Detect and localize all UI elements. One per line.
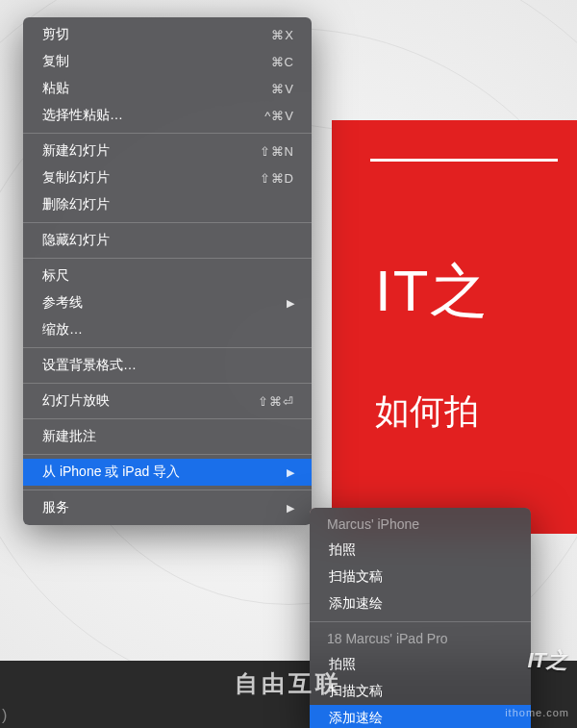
menu-label: 新建批注 [42,428,96,445]
menu-label: 缩放… [42,321,83,339]
menu-duplicate-slide[interactable]: 复制幻灯片 ⇧⌘D [23,164,312,191]
menu-label: 剪切 [42,26,69,43]
slide-divider [370,159,558,162]
context-menu: 剪切 ⌘X 复制 ⌘C 粘贴 ⌘V 选择性粘贴… ^⌘V 新建幻灯片 ⇧⌘N 复… [23,17,312,525]
menu-services[interactable]: 服务 ▶ [23,494,312,521]
menu-label: 隐藏幻灯片 [42,232,110,249]
menu-zoom[interactable]: 缩放… [23,316,312,343]
menu-separator [23,383,312,384]
menu-separator [23,258,312,259]
device-header-iphone: Marcus' iPhone [310,512,531,537]
chevron-right-icon: ▶ [287,297,294,310]
shortcut: ⇧⌘⏎ [258,394,294,409]
slide-thumbnail[interactable]: IT之 如何拍 [332,120,577,534]
submenu-add-sketch-iphone[interactable]: 添加速绘 [310,590,531,617]
menu-label: 标尺 [42,267,69,285]
device-header-ipad: 18 Marcus' iPad Pro [310,626,531,651]
menu-label: 复制幻灯片 [42,169,110,187]
footer-text: ) [2,707,7,724]
menu-hide-slide[interactable]: 隐藏幻灯片 [23,227,312,254]
submenu-scan-doc-iphone[interactable]: 扫描文稿 [310,564,531,590]
menu-paste[interactable]: 粘贴 ⌘V [23,75,312,102]
menu-delete-slide[interactable]: 删除幻灯片 [23,191,312,218]
menu-label: 从 iPhone 或 iPad 导入 [42,464,180,481]
menu-new-comment[interactable]: 新建批注 [23,423,312,450]
menu-label: 复制 [42,53,69,70]
shortcut: ⌘C [271,55,294,69]
menu-label: 删除幻灯片 [42,196,110,213]
menu-label: 添加速绘 [329,710,383,727]
menu-label: 粘贴 [42,80,69,97]
slide-title: IT之 [375,253,558,331]
menu-label: 幻灯片放映 [42,392,110,410]
menu-separator [23,490,312,490]
submenu-scan-doc-ipad[interactable]: 扫描文稿 [310,678,531,705]
menu-ruler[interactable]: 标尺 [23,263,312,289]
menu-label: 扫描文稿 [329,568,383,586]
menu-label: 选择性粘贴… [42,107,123,124]
shortcut: ⌘X [271,28,294,42]
menu-paste-special[interactable]: 选择性粘贴… ^⌘V [23,102,312,129]
chevron-right-icon: ▶ [287,502,294,515]
shortcut: ⌘V [271,82,294,96]
menu-label: 扫描文稿 [329,683,383,700]
submenu-take-photo-ipad[interactable]: 拍照 [310,651,531,678]
menu-cut[interactable]: 剪切 ⌘X [23,21,312,48]
menu-separator [23,454,312,455]
menu-separator [23,347,312,348]
watermark-brand: IT之 [527,646,567,675]
menu-label: 添加速绘 [329,595,383,613]
submenu-add-sketch-ipad[interactable]: 添加速绘 [310,705,531,728]
menu-label: 新建幻灯片 [42,142,110,160]
menu-background-format[interactable]: 设置背景格式… [23,352,312,379]
menu-copy[interactable]: 复制 ⌘C [23,48,312,75]
menu-import-from-device[interactable]: 从 iPhone 或 iPad 导入 ▶ [23,459,312,486]
shortcut: ^⌘V [264,109,294,123]
menu-separator [23,418,312,419]
menu-label: 拍照 [329,656,356,673]
menu-separator [23,222,312,223]
menu-separator [23,133,312,134]
menu-guides[interactable]: 参考线 ▶ [23,289,312,316]
menu-separator [310,621,531,622]
menu-label: 设置背景格式… [42,357,137,374]
slide-subtitle: 如何拍 [375,389,558,436]
submenu-take-photo-iphone[interactable]: 拍照 [310,537,531,564]
import-submenu: Marcus' iPhone 拍照 扫描文稿 添加速绘 18 Marcus' i… [310,508,531,728]
shortcut: ⇧⌘N [260,144,294,159]
chevron-right-icon: ▶ [287,466,294,479]
menu-label: 参考线 [42,294,83,312]
menu-label: 服务 [42,499,69,516]
menu-new-slide[interactable]: 新建幻灯片 ⇧⌘N [23,138,312,164]
shortcut: ⇧⌘D [260,171,294,186]
menu-label: 拍照 [329,541,356,559]
menu-slideshow[interactable]: 幻灯片放映 ⇧⌘⏎ [23,388,312,414]
watermark-site: ithome.com [505,707,569,718]
